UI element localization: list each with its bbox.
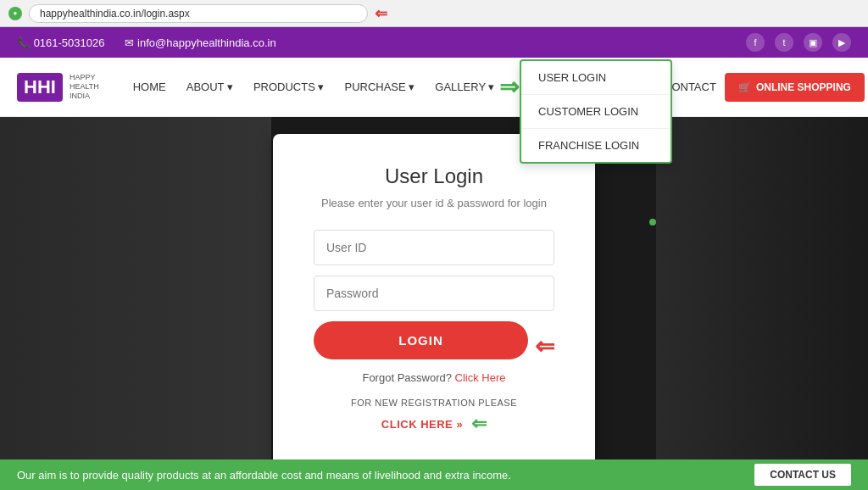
login-btn-wrapper: LOGIN ⇐: [314, 321, 554, 371]
browser-arrow-indicator: ⇐: [375, 4, 387, 23]
login-button[interactable]: LOGIN: [314, 321, 528, 359]
nav-products[interactable]: PRODUCTS ▾: [245, 74, 333, 100]
email-address: ✉ info@happyhealthindia.co.in: [125, 36, 275, 49]
nav-home[interactable]: HOME: [125, 74, 175, 100]
forgot-password-label: Forgot Password?: [362, 371, 452, 384]
password-input[interactable]: [314, 276, 554, 311]
login-arrow-indicator: ⇐: [535, 332, 554, 360]
register-label: FOR NEW REGISTRATION PLEASE: [314, 398, 554, 408]
nav-purchase[interactable]: PURCHASE ▾: [336, 74, 423, 100]
bottom-bar: Our aim is to provide quality products a…: [0, 459, 868, 490]
youtube-icon[interactable]: ▶: [832, 33, 851, 52]
forgot-password-link[interactable]: Click Here: [455, 371, 506, 384]
instagram-icon[interactable]: ▣: [804, 33, 822, 52]
logo[interactable]: HHI HAPPY HEALTH INDIA: [17, 73, 99, 102]
contact-us-button[interactable]: CONTACT US: [754, 464, 851, 486]
user-id-input[interactable]: [314, 230, 554, 265]
navbar: HHI HAPPY HEALTH INDIA HOME ABOUT ▾ PROD…: [0, 58, 868, 117]
twitter-icon[interactable]: t: [775, 33, 793, 52]
social-links: f t ▣ ▶: [746, 33, 851, 52]
bottom-bar-text: Our aim is to provide quality products a…: [17, 469, 511, 482]
dropdown-user-login[interactable]: USER LOGIN: [521, 61, 670, 95]
login-title: User Login: [314, 164, 554, 188]
main-content: User Login Please enter your user id & p…: [0, 117, 868, 459]
top-bar-contacts: 📞 0161-5031026 ✉ info@happyhealthindia.c…: [17, 36, 276, 49]
register-arrow-indicator: ⇐: [471, 413, 487, 435]
forgot-password-section: Forgot Password? Click Here: [314, 371, 554, 384]
logo-box: HHI: [17, 73, 63, 102]
dropdown-franchise-login[interactable]: FRANCHISE LOGIN: [521, 129, 670, 162]
browser-url-bar[interactable]: happyhealthindia.co.in/login.aspx: [29, 4, 368, 23]
phone-number: 📞 0161-5031026: [17, 36, 104, 49]
online-shopping-button[interactable]: 🛒 ONLINE SHOPPING: [725, 73, 865, 102]
nav-about[interactable]: ABOUT ▾: [178, 74, 242, 100]
logo-subtext: HAPPY HEALTH INDIA: [70, 73, 99, 100]
dropdown-customer-login[interactable]: CUSTOMER LOGIN: [521, 95, 670, 129]
login-card: User Login Please enter your user id & p…: [273, 134, 595, 459]
background-right: [656, 117, 868, 459]
browser-bar: ● happyhealthindia.co.in/login.aspx ⇐: [0, 0, 868, 27]
nav-arrow-indicator: ⇒: [499, 73, 519, 101]
facebook-icon[interactable]: f: [746, 33, 765, 52]
top-contact-bar: 📞 0161-5031026 ✉ info@happyhealthindia.c…: [0, 27, 868, 58]
nav-gallery[interactable]: GALLERY ▾: [426, 74, 503, 100]
login-subtitle: Please enter your user id & password for…: [314, 197, 554, 209]
register-link[interactable]: CLICK HERE »: [381, 418, 463, 431]
background-left: [0, 117, 271, 459]
login-dropdown: USER LOGIN CUSTOMER LOGIN FRANCHISE LOGI…: [520, 59, 672, 164]
green-dot-decoration: [649, 219, 656, 226]
browser-favicon: ●: [8, 7, 22, 20]
